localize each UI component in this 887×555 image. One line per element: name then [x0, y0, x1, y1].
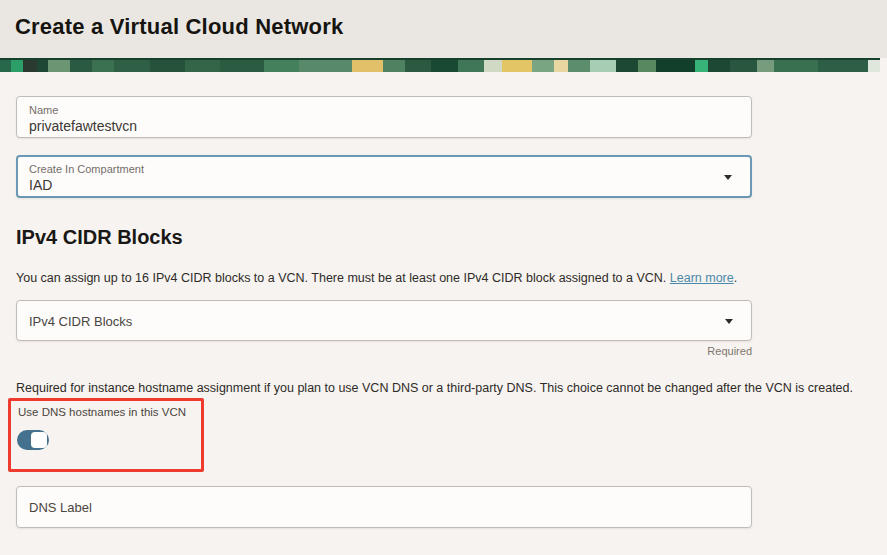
- ipv4-cidr-dropdown[interactable]: IPv4 CIDR Blocks: [16, 300, 752, 341]
- learn-more-link[interactable]: Learn more: [670, 271, 734, 285]
- page-header: Create a Virtual Cloud Network: [0, 0, 887, 58]
- create-vcn-page: Create a Virtual Cloud Network Name priv…: [0, 0, 887, 555]
- ipv4-cidr-description-text: You can assign up to 16 IPv4 CIDR blocks…: [16, 271, 670, 285]
- dns-description: Required for instance hostname assignmen…: [16, 381, 853, 395]
- compartment-select-label: Create In Compartment: [29, 162, 739, 176]
- ipv4-cidr-dropdown-label: IPv4 CIDR Blocks: [29, 314, 132, 329]
- ipv4-cidr-section-heading: IPv4 CIDR Blocks: [16, 226, 183, 249]
- toggle-knob: [31, 432, 47, 448]
- required-hint: Required: [707, 345, 752, 357]
- compartment-select-value: IAD: [29, 176, 739, 194]
- name-field[interactable]: Name privatefawtestvcn: [16, 96, 752, 138]
- ipv4-cidr-description: You can assign up to 16 IPv4 CIDR blocks…: [16, 271, 737, 285]
- chevron-down-icon: [724, 175, 732, 180]
- chevron-down-icon: [725, 319, 733, 324]
- dns-hostnames-toggle[interactable]: [17, 430, 49, 450]
- name-field-value: privatefawtestvcn: [29, 117, 739, 135]
- compartment-select[interactable]: Create In Compartment IAD: [16, 155, 752, 198]
- dns-label-input[interactable]: [16, 486, 752, 528]
- dns-hostnames-toggle-label: Use DNS hostnames in this VCN: [18, 406, 186, 418]
- sentence-period: .: [734, 271, 737, 285]
- page-title: Create a Virtual Cloud Network: [15, 14, 343, 40]
- name-field-label: Name: [29, 103, 739, 117]
- decorative-banner: [0, 58, 880, 72]
